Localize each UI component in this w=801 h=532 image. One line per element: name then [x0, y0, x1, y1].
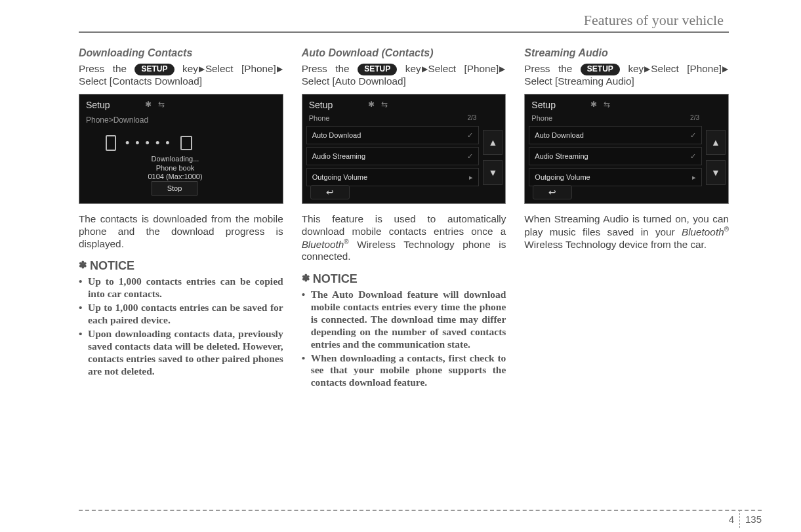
- settings-item[interactable]: Outgoing Volume▸: [306, 168, 480, 186]
- scr-status-icons: ✱ ⇆: [145, 100, 165, 109]
- notice-item: When downloading a contacts, first check…: [302, 352, 506, 390]
- scr-title: Setup: [86, 100, 110, 110]
- instr-sel2: Select [Contacts Download]: [79, 75, 202, 87]
- scr-breadcrumb: Phone: [531, 114, 552, 122]
- check-icon: ✓: [690, 131, 696, 140]
- check-icon: ✓: [467, 152, 473, 161]
- settings-list: Auto Download✓ Audio Streaming✓ Outgoing…: [529, 126, 702, 189]
- column-auto-download: Auto Download (Contacts) Press the SETUP…: [302, 47, 506, 390]
- dots-icon: • • • • •: [125, 136, 171, 150]
- instr-post: key: [182, 63, 198, 74]
- body-text: This feature is used to automatically do…: [302, 213, 506, 263]
- section-number: 4: [729, 514, 734, 525]
- stop-button[interactable]: Stop: [152, 181, 197, 195]
- scroll-down-button[interactable]: ▼: [483, 160, 503, 185]
- scroll-up-button[interactable]: ▲: [706, 130, 726, 155]
- setup-key-pill: SETUP: [358, 64, 397, 75]
- instr-pre: Press the: [524, 63, 580, 74]
- item-label: Audio Streaming: [312, 152, 365, 160]
- scroll-arrows: ▲ ▼: [483, 130, 503, 190]
- instr-sel2: Select [Auto Download]: [302, 75, 406, 87]
- arrow-icon: ▶: [199, 64, 205, 74]
- instr-pre: Press the: [79, 63, 134, 74]
- page-no: 135: [745, 514, 762, 525]
- phone-icon: [106, 135, 116, 151]
- notice-item: Up to 1,000 contacts entries can be save…: [79, 302, 283, 327]
- settings-item[interactable]: Outgoing Volume▸: [529, 168, 702, 186]
- chapter-title: Features of your vehicle: [79, 12, 729, 29]
- notice-item: Up to 1,000 contacts entries can be copi…: [79, 276, 283, 300]
- notice-item: Upon downloading contacts data, previous…: [79, 328, 283, 378]
- settings-item[interactable]: Audio Streaming✓: [306, 147, 480, 165]
- notice-list: Up to 1,000 contacts entries can be copi…: [79, 276, 283, 377]
- arrow-icon: ▶: [499, 64, 505, 74]
- download-text: Downloading... Phone book 0104 (Max:1000…: [123, 155, 228, 181]
- dl-line1: Downloading...: [152, 155, 199, 163]
- scr-page-indicator: 2/3: [467, 114, 476, 121]
- arrow-icon: ▶: [422, 64, 428, 74]
- instr-sel1: Select [Phone]: [428, 63, 499, 74]
- page-number: 4 135: [729, 510, 762, 528]
- section-title: Downloading Contacts: [79, 47, 283, 59]
- section-title: Streaming Audio: [524, 47, 729, 59]
- screenshot-phone-settings: Setup ✱ ⇆ Phone 2/3 Auto Download✓ Audio…: [302, 94, 506, 204]
- scr-breadcrumb: Phone>Download: [86, 115, 148, 125]
- screenshot-download: Setup ✱ ⇆ Phone>Download • • • • • Downl…: [79, 94, 283, 204]
- registered-mark: ®: [724, 226, 729, 233]
- registered-mark: ®: [344, 238, 348, 245]
- scroll-down-button[interactable]: ▼: [706, 160, 726, 185]
- column-downloading-contacts: Downloading Contacts Press the SETUP key…: [79, 47, 283, 390]
- notice-header: ✽NOTICE: [302, 272, 506, 286]
- download-graphic: • • • • •: [106, 135, 192, 151]
- check-icon: ✓: [467, 131, 473, 140]
- item-label: Audio Streaming: [535, 152, 588, 160]
- dl-line2: Phone book: [156, 164, 195, 172]
- scr-breadcrumb: Phone: [309, 114, 330, 122]
- screenshot-phone-settings: Setup ✱ ⇆ Phone 2/3 Auto Download✓ Audio…: [524, 94, 729, 204]
- instr-sel1: Select [Phone]: [205, 63, 276, 74]
- settings-item[interactable]: Audio Streaming✓: [529, 147, 702, 165]
- arrow-icon: ▶: [277, 64, 283, 74]
- body-post: Wireless Technology device from the car.: [524, 239, 707, 250]
- page-separator: [739, 510, 740, 528]
- item-label: Outgoing Volume: [312, 173, 367, 181]
- dl-line3: 0104 (Max:1000): [148, 173, 202, 180]
- back-button[interactable]: ↩: [310, 185, 350, 199]
- instr-sel1: Select [Phone]: [651, 63, 722, 74]
- body-text: When Streaming Audio is turned on, you c…: [524, 213, 729, 251]
- scr-status-icons: ✱ ⇆: [368, 100, 388, 109]
- check-icon: ✓: [690, 152, 696, 161]
- instruction-line: Press the SETUP key▶Select [Phone]▶Selec…: [524, 63, 729, 87]
- bluetooth-word: Bluetooth: [302, 239, 344, 250]
- scr-title: Setup: [531, 100, 556, 110]
- body-text: The contacts is downloaded from the mobi…: [79, 213, 283, 250]
- chevron-right-icon: ▸: [692, 173, 696, 182]
- footer-divider: [79, 510, 762, 511]
- instr-post: key: [628, 63, 644, 74]
- arrow-icon: ▶: [722, 64, 728, 74]
- notice-item: The Auto Download feature will download …: [302, 289, 506, 351]
- instr-post: key: [405, 63, 421, 74]
- top-rule: [79, 31, 729, 33]
- scroll-arrows: ▲ ▼: [706, 130, 726, 190]
- arrow-icon: ▶: [644, 64, 650, 74]
- setup-key-pill: SETUP: [581, 64, 620, 75]
- chevron-right-icon: ▸: [469, 173, 473, 182]
- instruction-line: Press the SETUP key▶Select [Phone]▶Selec…: [302, 63, 506, 87]
- item-label: Outgoing Volume: [535, 173, 590, 181]
- settings-list: Auto Download✓ Audio Streaming✓ Outgoing…: [306, 126, 480, 189]
- instr-sel2: Select [Streaming Audio]: [524, 75, 634, 87]
- notice-label: NOTICE: [90, 259, 134, 272]
- back-button[interactable]: ↩: [533, 185, 572, 199]
- column-streaming-audio: Streaming Audio Press the SETUP key▶Sele…: [524, 47, 729, 390]
- scr-page-indicator: 2/3: [690, 114, 699, 121]
- settings-item[interactable]: Auto Download✓: [306, 126, 480, 144]
- notice-header: ✽NOTICE: [79, 259, 283, 273]
- section-title: Auto Download (Contacts): [302, 47, 506, 59]
- item-label: Auto Download: [312, 131, 361, 139]
- scroll-up-button[interactable]: ▲: [483, 130, 503, 155]
- settings-item[interactable]: Auto Download✓: [529, 126, 702, 144]
- scr-title: Setup: [309, 100, 333, 110]
- instruction-line: Press the SETUP key▶Select [Phone]▶Selec…: [79, 63, 283, 87]
- book-icon: [180, 136, 192, 150]
